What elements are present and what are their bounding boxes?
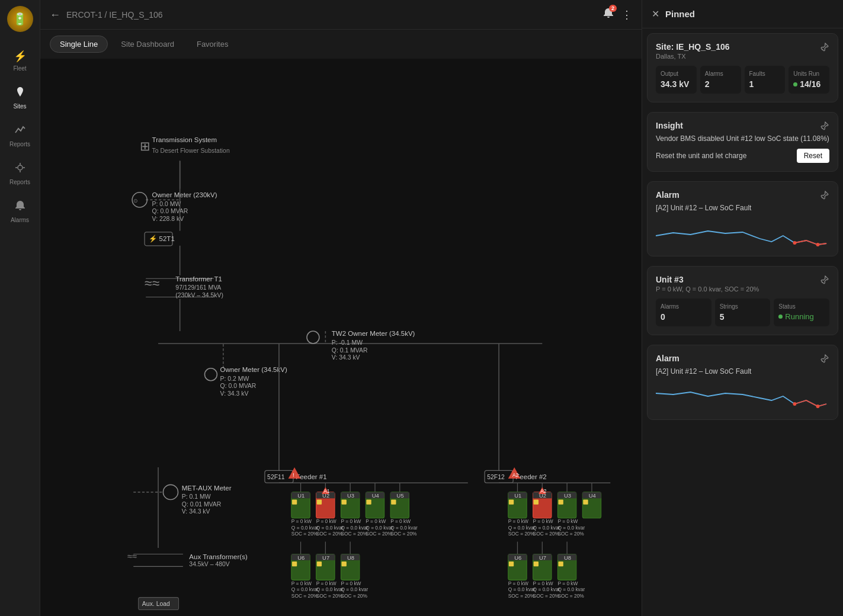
- notification-count: 2: [609, 5, 617, 12]
- svg-rect-103: [342, 562, 347, 566]
- site-card-subtitle: Dallas, TX: [656, 53, 730, 60]
- unit3-card-header: Unit #3 P = 0 kW, Q = 0.0 kvar, SOC = 20…: [656, 275, 829, 293]
- svg-text:Q = 0.0 kvar: Q = 0.0 kvar: [508, 525, 536, 531]
- alarm-2-pin-icon[interactable]: [820, 354, 829, 365]
- svg-text:SOC = 20%: SOC = 20%: [366, 531, 392, 537]
- svg-rect-79: [391, 499, 396, 504]
- svg-text:SOC = 20%: SOC = 20%: [316, 593, 343, 599]
- alarm-1-pin-icon[interactable]: [820, 190, 829, 201]
- svg-point-169: [163, 485, 178, 499]
- insight-pin-icon[interactable]: [820, 121, 829, 132]
- sidebar-item-alarms[interactable]: Alarms: [3, 194, 37, 229]
- reset-button[interactable]: Reset: [797, 149, 829, 163]
- svg-text:P = 0 kW: P = 0 kW: [533, 518, 553, 524]
- svg-text:52F11: 52F11: [267, 474, 285, 480]
- site-stats: Output 34.3 kV Alarms 2 Faults 1 Units R…: [656, 66, 829, 94]
- svg-text:34.5kV – 480V: 34.5kV – 480V: [189, 561, 230, 567]
- tab-site-dashboard[interactable]: Site Dashboard: [111, 36, 184, 52]
- pinned-panel: ✕ Pinned Site: IE_HQ_S_106 Dallas, TX Ou…: [642, 0, 843, 616]
- reports1-icon: [14, 124, 26, 139]
- svg-point-187: [816, 405, 820, 408]
- svg-text:SOC = 20%: SOC = 20%: [557, 531, 584, 537]
- svg-text:!: !: [293, 471, 294, 478]
- svg-text:A2: A2: [512, 472, 519, 478]
- alarms-icon: [14, 200, 26, 214]
- pinned-close-button[interactable]: ✕: [652, 8, 659, 20]
- svg-text:SOC = 20%: SOC = 20%: [341, 531, 368, 537]
- svg-text:(230kV – 34.5kV): (230kV – 34.5kV): [175, 292, 223, 299]
- sidebar-item-reports2[interactable]: Reports: [3, 156, 37, 191]
- svg-text:Q: 0.0 MVAR: Q: 0.0 MVAR: [220, 383, 257, 389]
- breadcrumb-site: ERCOT-1: [66, 10, 102, 20]
- svg-text:U6: U6: [297, 554, 304, 561]
- svg-text:Q = 0.0 kvar: Q = 0.0 kvar: [341, 586, 368, 592]
- svg-text:SOC = 20%: SOC = 20%: [390, 531, 417, 537]
- unit3-pin-icon[interactable]: [820, 275, 829, 286]
- owner-meter-230-label: Owner Meter (230kV): [152, 191, 217, 198]
- svg-text:Q = 0.0 kvar: Q = 0.0 kvar: [557, 586, 585, 592]
- context-menu-button[interactable]: ⋮: [621, 8, 632, 21]
- stat-units-run: Units Run 14/16: [788, 66, 829, 94]
- breadcrumb-page: IE_HQ_S_106: [109, 10, 162, 20]
- back-button[interactable]: ←: [50, 9, 60, 20]
- unit3-stats: Alarms 0 Strings 5 Status Running: [656, 299, 829, 326]
- svg-rect-157: [534, 562, 539, 566]
- sidebar: 🔋 ⚡ Fleet Sites Reports: [0, 0, 40, 616]
- unit3-stat-strings: Strings 5: [715, 299, 771, 326]
- svg-text:Owner Meter (34.5kV): Owner Meter (34.5kV): [220, 366, 287, 373]
- svg-text:Q = 0.0 kvar: Q = 0.0 kvar: [316, 586, 344, 592]
- svg-text:A2: A2: [540, 488, 547, 494]
- svg-text:P: 0.2 MW: P: 0.2 MW: [220, 376, 249, 382]
- notifications-button[interactable]: 2: [602, 7, 614, 22]
- svg-text:≈≈: ≈≈: [145, 275, 159, 291]
- diagram-area: ⊞ Transmission System To Desert Flower S…: [40, 59, 642, 616]
- stat-output: Output 34.3 kV: [656, 66, 697, 94]
- svg-text:SOC = 20%: SOC = 20%: [533, 531, 560, 537]
- svg-point-185: [816, 243, 820, 246]
- svg-text:U8: U8: [347, 554, 354, 561]
- site-card-title: Site: IE_HQ_S_106: [656, 42, 730, 52]
- svg-text:P: 0.0 MW: P: 0.0 MW: [152, 201, 181, 207]
- breaker-52t1: ⚡ 52T1: [149, 235, 174, 243]
- site-card: Site: IE_HQ_S_106 Dallas, TX Output 34.3…: [647, 33, 838, 102]
- svg-text:SOC = 20%: SOC = 20%: [341, 593, 368, 599]
- svg-point-184: [793, 241, 796, 245]
- tab-favorites[interactable]: Favorites: [187, 36, 238, 52]
- svg-text:Q = 0.0 kvar: Q = 0.0 kvar: [341, 525, 368, 531]
- site-card-pin-icon[interactable]: [820, 42, 829, 53]
- svg-point-186: [793, 402, 796, 406]
- svg-text:Aux Transformer(s): Aux Transformer(s): [189, 553, 248, 560]
- alarm-card-1-title: Alarm: [656, 190, 679, 200]
- svg-text:P = 0 kW: P = 0 kW: [508, 580, 528, 586]
- svg-text:Q = 0.0 kvar: Q = 0.0 kvar: [291, 525, 319, 531]
- svg-text:Q = 0.0 kvar: Q = 0.0 kvar: [316, 525, 344, 531]
- svg-text:P = 0 kW: P = 0 kW: [508, 518, 528, 524]
- sidebar-item-reports1[interactable]: Reports: [3, 118, 37, 153]
- svg-text:P = 0 kW: P = 0 kW: [533, 580, 553, 586]
- sidebar-item-sites[interactable]: Sites: [3, 80, 37, 116]
- svg-rect-165: [558, 562, 563, 566]
- svg-rect-45: [292, 499, 297, 504]
- alarm-card-1-header: Alarm: [656, 190, 829, 201]
- transformer-label: Transformer T1: [175, 275, 222, 283]
- svg-text:P: -0.1 MW: P: -0.1 MW: [332, 339, 363, 346]
- svg-text:Q: 0.0 MVAR: Q: 0.0 MVAR: [152, 208, 188, 214]
- svg-rect-63: [342, 499, 347, 504]
- unit3-stat-alarms: Alarms 0: [656, 299, 711, 326]
- alarm-2-label: [A2] Unit #12 – Low SoC Fault: [656, 367, 829, 376]
- svg-text:P = 0 kW: P = 0 kW: [557, 580, 578, 586]
- svg-text:SOC = 20%: SOC = 20%: [508, 593, 535, 599]
- svg-rect-87: [292, 562, 297, 566]
- alarm-card-2-header: Alarm: [656, 354, 829, 365]
- svg-text:Q = 0.0 kvar: Q = 0.0 kvar: [508, 586, 536, 592]
- sidebar-item-fleet[interactable]: ⚡ Fleet: [3, 44, 37, 78]
- svg-rect-118: [509, 499, 514, 504]
- svg-text:MET-AUX Meter: MET-AUX Meter: [182, 485, 232, 492]
- svg-text:P = 0 kW: P = 0 kW: [291, 580, 312, 586]
- tab-single-line[interactable]: Single Line: [50, 36, 108, 53]
- svg-text:P = 0 kW: P = 0 kW: [390, 518, 411, 524]
- svg-text:P = 0 kW: P = 0 kW: [366, 518, 386, 524]
- svg-text:SOC = 20%: SOC = 20%: [557, 593, 584, 599]
- svg-point-0: [18, 165, 23, 170]
- svg-text:U7: U7: [539, 554, 546, 561]
